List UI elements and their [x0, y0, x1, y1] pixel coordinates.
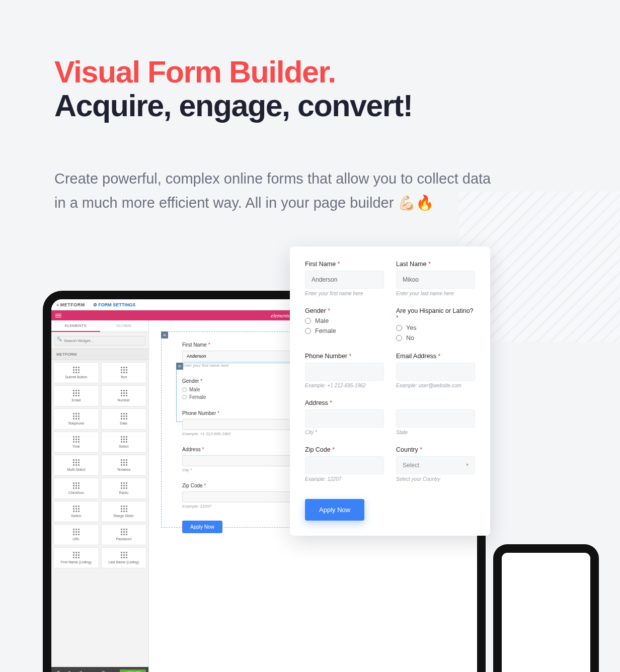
widget-search: 🔍: [54, 335, 145, 346]
grip-icon: [73, 390, 79, 396]
tool-history-icon[interactable]: ↺: [79, 670, 83, 672]
widget-text[interactable]: Text: [101, 362, 147, 383]
phone-hint: Example: +1 212-695-1962: [305, 383, 384, 388]
widget-label: Time: [72, 445, 80, 448]
menu-icon[interactable]: [55, 313, 61, 318]
search-input[interactable]: [54, 336, 145, 346]
grip-icon: [73, 506, 79, 512]
tablet-frame: [493, 544, 599, 672]
search-icon: 🔍: [57, 337, 62, 342]
mini-apply-button[interactable]: Apply Now: [182, 521, 222, 533]
grip-icon: [73, 367, 79, 373]
widget-label: Checkbox: [68, 491, 84, 494]
widget-range-slider[interactable]: Range Slider: [101, 501, 147, 522]
widget-label: URL: [72, 537, 80, 541]
grip-icon: [73, 529, 79, 535]
mini-address-label: Address *: [182, 447, 204, 452]
phone-label: Phone Number *: [305, 353, 384, 360]
widget-label: Switch: [71, 514, 82, 518]
widget-multi-select[interactable]: Multi Select: [53, 455, 99, 476]
hispanic-yes[interactable]: Yes: [396, 324, 475, 331]
widget-radio[interactable]: Radio: [101, 478, 147, 499]
form-settings-link[interactable]: ⚙ FORM SETTINGS: [93, 302, 136, 307]
widget-label: Radio: [119, 491, 128, 494]
widget-email[interactable]: Email: [53, 385, 99, 406]
email-input[interactable]: [396, 363, 475, 381]
zip-label: Zip Code *: [305, 446, 384, 453]
apply-button[interactable]: Apply Now: [305, 499, 364, 521]
widget-telephone[interactable]: Telephone: [53, 408, 99, 430]
gender-female[interactable]: Female: [305, 327, 384, 334]
widget-switch[interactable]: Switch: [53, 501, 99, 522]
first-name-input[interactable]: [305, 271, 384, 289]
first-name-hint: Enter your first name here: [305, 291, 384, 296]
widget-label: Email: [71, 398, 81, 402]
grip-icon: [121, 482, 127, 488]
grip-icon: [121, 367, 127, 373]
widget-select[interactable]: Select: [101, 432, 147, 453]
widget-time[interactable]: Time: [53, 432, 99, 453]
grip-icon: [121, 436, 127, 442]
address-spacer: [396, 399, 475, 406]
country-hint: Select your Country: [396, 476, 475, 482]
mini-zip-label: Zip Code *: [182, 483, 206, 488]
hispanic-no[interactable]: No: [396, 334, 475, 342]
country-label: Country *: [396, 446, 475, 453]
update-button[interactable]: UPDATE: [120, 669, 146, 673]
city-input[interactable]: [305, 409, 384, 428]
email-hint: Example: user@website.com: [396, 383, 475, 388]
widget-label: Submit Button: [65, 375, 87, 379]
grip-icon: [73, 436, 79, 442]
state-input[interactable]: [396, 409, 475, 428]
country-select[interactable]: Select: [396, 456, 475, 474]
widget-number[interactable]: Number: [101, 385, 147, 406]
grip-icon: [121, 459, 127, 465]
tab-global[interactable]: GLOBAL: [100, 320, 149, 332]
hispanic-label: Are you Hispanic or Latino? *: [396, 307, 475, 321]
grip-icon: [121, 552, 127, 558]
widget-category[interactable]: METFORM: [51, 349, 148, 360]
mini-first-name-label: First Name *: [182, 342, 210, 348]
hero-title-rest: Acquire, engage, convert!: [54, 89, 413, 123]
last-name-label: Last Name *: [396, 261, 475, 268]
widget-date[interactable]: Date: [101, 408, 147, 430]
widget-label: Date: [120, 422, 127, 425]
city-hint: City *: [305, 430, 384, 435]
first-name-label: First Name *: [305, 261, 384, 268]
grip-icon: [121, 529, 127, 535]
widget-first-name-listing-[interactable]: First Name (Listing): [53, 547, 99, 568]
widget-last-name-listing-[interactable]: Last Name (Listing): [101, 547, 147, 568]
last-name-hint: Enter your last name here: [396, 291, 475, 296]
widget-label: Number: [117, 398, 130, 402]
tab-elements[interactable]: ELEMENTS: [51, 320, 100, 332]
widget-label: Multi Select: [67, 468, 85, 471]
mini-phone-label: Phone Number *: [182, 410, 219, 416]
widget-submit-button[interactable]: Submit Button: [53, 362, 99, 383]
tool-responsive-icon[interactable]: ▭: [90, 670, 94, 672]
widget-password[interactable]: Password: [101, 524, 147, 545]
grip-icon: [73, 482, 79, 488]
grip-icon: [73, 413, 79, 419]
widget-checkbox[interactable]: Checkbox: [53, 478, 99, 499]
zip-hint: Example: 12207: [305, 476, 384, 482]
widget-url[interactable]: URL: [53, 524, 99, 545]
phone-input[interactable]: [305, 363, 384, 381]
gender-label: Gender *: [305, 307, 384, 314]
widget-label: Range Slider: [114, 514, 134, 518]
widget-label: Textarea: [117, 468, 130, 471]
gender-male[interactable]: Male: [305, 317, 384, 324]
state-hint: State: [396, 430, 475, 435]
hero-subtitle: Create powerful, complex online forms th…: [54, 167, 497, 215]
tool-view-icon[interactable]: ◉: [67, 670, 71, 672]
widget-label: Telephone: [68, 422, 84, 425]
grip-icon: [121, 413, 127, 419]
email-label: Email Address *: [396, 353, 475, 360]
last-name-input[interactable]: [396, 271, 475, 289]
tool-preview-icon[interactable]: 👁: [101, 670, 106, 672]
widget-label: Last Name (Listing): [108, 560, 139, 564]
zip-input[interactable]: [305, 456, 384, 474]
hero-section: Visual Form Builder. Acquire, engage, co…: [0, 0, 620, 215]
widget-textarea[interactable]: Textarea: [101, 455, 147, 476]
grip-icon: [73, 459, 79, 465]
tool-settings-icon[interactable]: ⚙: [56, 670, 60, 672]
